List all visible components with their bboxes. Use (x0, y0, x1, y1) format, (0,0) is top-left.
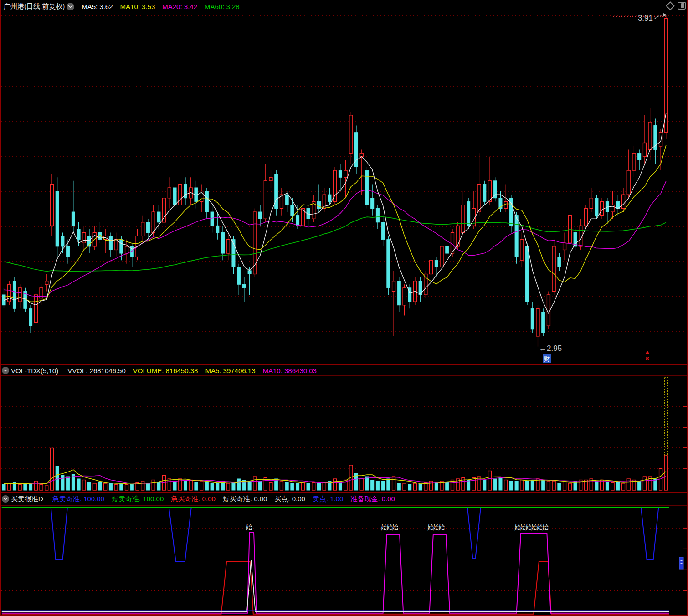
volume-gridlines (1, 385, 687, 469)
legend-item: MA10: 3.53 (120, 3, 155, 10)
legend-item: 准备现金: 0.00 (350, 495, 395, 503)
ma-lines (4, 113, 666, 313)
indicator-legend: 急卖奇准: 100.00短卖奇准: 100.00急买奇准: 0.00短买奇准: … (45, 495, 395, 503)
svg-text:财: 财 (544, 355, 550, 362)
legend-item: VVOL: 2681046.50 (67, 367, 126, 375)
start-markers: 始始始始始始始始始始始始始 (246, 524, 549, 531)
legend-item: MA20: 3.42 (162, 3, 197, 10)
legend-item: MA5: 397406.13 (205, 367, 255, 375)
svg-text:始: 始 (246, 524, 252, 531)
diamond-icon[interactable] (666, 1, 675, 10)
ma5-line (4, 113, 666, 313)
split-window-icon[interactable] (678, 2, 686, 10)
ma60-line (4, 217, 666, 272)
main-panel-header: 广州港(日线.前复权) MA5: 3.62MA10: 3.53MA20: 3.4… (2, 1, 686, 11)
legend-item: VOLUME: 816450.38 (133, 367, 198, 375)
legend-item: 短卖奇准: 100.00 (112, 495, 164, 503)
chevron-down-icon[interactable] (2, 495, 9, 503)
chevron-down-icon[interactable] (2, 367, 9, 374)
buy_short_white-line (2, 560, 669, 612)
legend-item: 急卖奇准: 100.00 (52, 495, 104, 503)
sell_fast_blue-line (2, 507, 669, 561)
svg-text:始: 始 (542, 524, 549, 531)
legend-item: MA5: 3.62 (82, 3, 113, 10)
cash_magenta-line (2, 533, 669, 613)
legend-item: 买点: 0.00 (274, 495, 305, 503)
buy_fast_red-line (2, 562, 669, 614)
indicator-gridlines (1, 528, 687, 591)
legend-item: 急买奇准: 0.00 (171, 495, 216, 503)
high-price-label: 3.91 (638, 14, 653, 22)
high-arrow-icon (655, 15, 663, 19)
candles (2, 15, 667, 347)
volume-bars (2, 377, 667, 490)
stock-title: 广州港(日线.前复权) (4, 2, 65, 11)
volume-legend: VVOL: 2681046.50VOLUME: 816450.38MA5: 39… (60, 367, 317, 375)
clipped-volume-bar (664, 377, 667, 456)
chevron-down-icon[interactable] (67, 3, 74, 10)
main-chart[interactable]: 3.91←2.95财s (0, 0, 688, 364)
trading-app-window: 广州港(日线.前复权) MA5: 3.62MA10: 3.53MA20: 3.4… (0, 0, 688, 616)
annotations: 3.91←2.95财s (539, 13, 667, 363)
legend-item: 卖点: 1.00 (313, 495, 344, 503)
svg-text:始: 始 (438, 524, 445, 531)
indicator-title: 买卖很准D (11, 495, 43, 503)
legend-item: MA60: 3.28 (205, 3, 240, 10)
legend-item: MA10: 386430.03 (263, 367, 317, 375)
volume-chart[interactable] (0, 376, 688, 492)
sell-signal-marker (646, 351, 650, 354)
volume-indicator-title: VOL-TDX(5,10) (11, 367, 58, 375)
low-price-label: ←2.95 (539, 344, 562, 353)
legend-item: 短买奇准: 0.00 (223, 495, 267, 503)
svg-text:始: 始 (392, 524, 398, 531)
svg-text:s: s (646, 354, 649, 362)
indicator-panel-header: 买卖很准D 急卖奇准: 100.00短卖奇准: 100.00急买奇准: 0.00… (2, 494, 686, 504)
indicator-chart[interactable]: 始始始始始始始始始始始始始 (0, 506, 688, 616)
ma-legend: MA5: 3.62MA10: 3.53MA20: 3.42MA60: 3.28 (74, 3, 240, 10)
volume-panel-header: VOL-TDX(5,10) VVOL: 2681046.50VOLUME: 81… (2, 365, 686, 375)
